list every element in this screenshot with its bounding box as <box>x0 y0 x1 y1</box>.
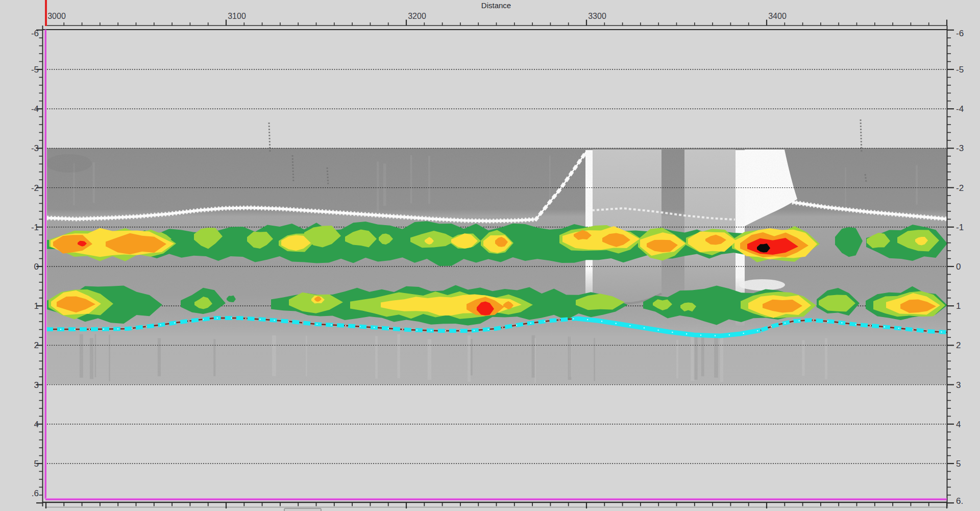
y-tick-label-left: .6 <box>32 489 39 498</box>
x-tick-label: 3000 <box>47 12 66 20</box>
y-tick-label-right: -5 <box>956 65 964 75</box>
y-tick-label-left: 2 <box>34 340 39 350</box>
plot-area[interactable] <box>42 26 954 507</box>
y-tick-label-right: 0 <box>956 262 961 272</box>
radargram-window: Distance 30003100320033003400-6-5-4-3-2-… <box>0 0 980 511</box>
y-tick-label-left: 0 <box>34 262 39 272</box>
y-tick-label-right: 5 <box>956 459 961 469</box>
x-tick-label: 3400 <box>768 12 787 20</box>
y-tick-label-right: 3 <box>956 380 961 390</box>
y-tick-label-right: -3 <box>956 143 964 153</box>
x-tick-label: 3300 <box>588 12 606 20</box>
y-tick-label-right: 1 <box>956 301 961 311</box>
y-tick-label-right: 4 <box>956 420 961 429</box>
y-tick-label-right: -2 <box>956 183 964 193</box>
y-tick-label-right: 2 <box>956 340 961 350</box>
y-tick-label-left: -2 <box>31 183 39 193</box>
x-tick-label: 3200 <box>408 12 426 20</box>
x-tick-label: 3100 <box>228 12 246 20</box>
y-tick-label-right: -1 <box>956 223 964 232</box>
y-tick-label-left: 3 <box>34 380 39 390</box>
y-tick-label-left: -4 <box>31 104 39 114</box>
red-cursor-line <box>45 0 47 26</box>
radargram-plot: Distance 30003100320033003400-6-5-4-3-2-… <box>0 0 980 511</box>
y-tick-label-left: -3 <box>31 143 39 153</box>
y-tick-label-left: -6 <box>31 29 39 38</box>
y-tick-label-left: -5 <box>31 65 39 75</box>
y-tick-label-left: 1 <box>34 301 39 311</box>
y-tick-label-right: 6. <box>956 496 963 506</box>
partial-bottom-control[interactable] <box>284 508 321 511</box>
y-tick-label-right: -4 <box>956 104 964 114</box>
y-tick-label-left: 4 <box>34 420 39 429</box>
x-axis-title: Distance <box>481 1 511 10</box>
y-tick-label-left: 5 <box>34 459 39 469</box>
y-tick-label-right: -6 <box>956 29 964 38</box>
y-tick-label-left: -1 <box>31 223 39 232</box>
